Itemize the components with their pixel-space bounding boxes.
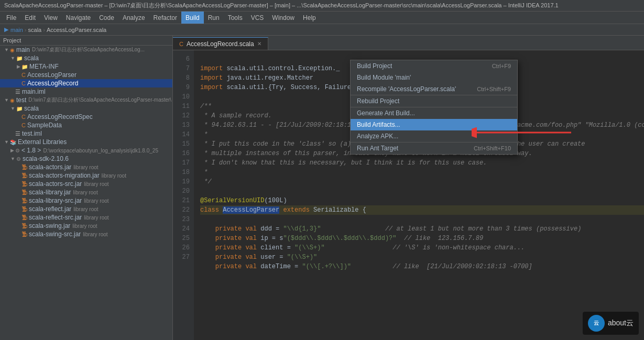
scala-file-icon: C xyxy=(21,122,26,128)
menu-build[interactable]: Build xyxy=(181,12,204,24)
tree-item-accesslogparser[interactable]: ▶ C AccessLogParser xyxy=(0,71,172,79)
menu-build-module[interactable]: Build Module 'main' xyxy=(351,72,517,83)
jar-note: library root xyxy=(83,232,107,237)
tree-item-main-iml[interactable]: ▶ ☰ main.iml xyxy=(0,87,172,96)
tree-item-jdk[interactable]: ▶ ⚙ < 1.8 > D:\workspace\aboutyun_log_an… xyxy=(0,146,172,155)
tree-item-test[interactable]: ▼ ◉ test D:\win7桌面\日志分析\ScalaApacheAcces… xyxy=(0,96,172,104)
menu-build-project[interactable]: Build Project Ctrl+F9 xyxy=(351,60,517,72)
nav-scala[interactable]: scala xyxy=(28,27,42,33)
tree-item-scala-library-jar[interactable]: ▶ 🗜 scala-library.jar library root xyxy=(0,188,172,196)
menu-generate-ant[interactable]: Generate Ant Build... xyxy=(351,107,517,119)
menu-edit[interactable]: Edit xyxy=(20,12,40,24)
tree-item-scala-swing-jar[interactable]: ▶ 🗜 scala-swing.jar library root xyxy=(0,222,172,230)
code-area: C AccessLogRecord.scala ✕ 6 7 8 9 10 11 … xyxy=(173,36,644,340)
menu-bar: File Edit View Navigate Code Analyze Ref… xyxy=(0,12,644,24)
menu-recompile[interactable]: Recompile 'AccessLogParser.scala' Ctrl+S… xyxy=(351,83,517,95)
expand-arrow: ▼ xyxy=(4,139,9,145)
tree-label: scala-sdk-2.10.6 xyxy=(23,155,69,162)
tree-item-scala-swing-src[interactable]: ▶ 🗜 scala-swing-src.jar library root xyxy=(0,230,172,238)
tree-item-scala-library-src[interactable]: ▶ 🗜 scala-library-src.jar library root xyxy=(0,196,172,205)
tree-item-scala-reflect-jar[interactable]: ▶ 🗜 scala-reflect.jar library root xyxy=(0,205,172,213)
menu-label: Rebuild Project xyxy=(357,97,399,105)
line-num: 7 xyxy=(177,64,190,73)
tree-label: main.iml xyxy=(22,88,46,95)
tree-item-metainf[interactable]: ▶ 📁 META-INF xyxy=(0,62,172,71)
jar-icon: 🗜 xyxy=(21,214,27,221)
line-num: 24 xyxy=(177,224,190,234)
tree-item-scala-actors-src[interactable]: ▶ 🗜 scala-actors-src.jar library root xyxy=(0,180,172,188)
menu-build-artifacts[interactable]: Build Artifacts... xyxy=(351,119,517,130)
tree-label: AccessLogParser xyxy=(27,71,77,79)
tree-label: scala-reflect.jar xyxy=(29,205,71,213)
lib-icon: 📚 xyxy=(10,139,16,145)
tree-item-scala-actors-mig[interactable]: ▶ 🗜 scala-actors-migration.jar library r… xyxy=(0,171,172,180)
menu-label: Build Module 'main' xyxy=(357,74,411,81)
tree-label: scala xyxy=(24,105,39,112)
menu-help[interactable]: Help xyxy=(299,12,320,24)
menu-tools[interactable]: Tools xyxy=(224,12,247,24)
menu-analyze[interactable]: Analyze xyxy=(118,12,149,24)
line-num: 10 xyxy=(177,92,190,102)
jar-note: library root xyxy=(73,206,98,212)
menu-view[interactable]: View xyxy=(40,12,62,24)
tree-item-scala-reflect-src[interactable]: ▶ 🗜 scala-reflect-src.jar library root xyxy=(0,213,172,222)
tree-label: scala-actors-src.jar xyxy=(29,180,82,188)
tree-item-accesslogrecord[interactable]: ▶ C AccessLogRecord xyxy=(0,79,172,87)
jar-icon: 🗜 xyxy=(21,189,27,195)
menu-analyze-apk[interactable]: Analyze APK... xyxy=(351,130,517,142)
jar-note: library root xyxy=(102,173,126,179)
tree-item-scala-main[interactable]: ▼ 📁 scala xyxy=(0,54,172,62)
tree-label: scala-reflect-src.jar xyxy=(29,214,82,221)
menu-run[interactable]: Run xyxy=(204,12,224,24)
tab-close-icon[interactable]: ✕ xyxy=(257,41,261,47)
nav-file[interactable]: AccessLogParser.scala xyxy=(47,27,106,33)
nav-main[interactable]: main xyxy=(10,27,23,33)
folder-icon: 📁 xyxy=(16,106,23,112)
tree-item-sampledata[interactable]: ▶ C SampleData xyxy=(0,121,172,129)
tree-item-ext-libs[interactable]: ▼ 📚 External Libraries xyxy=(0,138,172,146)
tree-item-scala-test[interactable]: ▼ 📁 scala xyxy=(0,104,172,113)
line-num: 12 xyxy=(177,111,190,120)
menu-label: Generate Ant Build... xyxy=(357,109,415,117)
tree-item-accesslogrecordspec[interactable]: ▶ C AccessLogRecordSpec xyxy=(0,113,172,121)
tab-label: AccessLogRecord.scala xyxy=(187,40,254,48)
menu-refactor[interactable]: Refactor xyxy=(149,12,181,24)
scala-file-icon: C xyxy=(21,72,26,78)
jar-note: library root xyxy=(84,181,108,187)
line-num: 26 xyxy=(177,243,190,253)
tree-path: D:\win7桌面\日志分析\ScalaApacheAccessLog... xyxy=(32,46,145,53)
jar-note: library root xyxy=(84,215,108,221)
line-num: 21 xyxy=(177,196,190,205)
tree-label: scala-swing.jar xyxy=(29,222,70,229)
menu-rebuild-project[interactable]: Rebuild Project xyxy=(351,95,517,107)
menu-label: Run Ant Target xyxy=(357,145,398,152)
menu-vcs[interactable]: VCS xyxy=(247,12,268,24)
line-num: 17 xyxy=(177,158,190,168)
sidebar-header: Project xyxy=(0,36,172,46)
tree-label: main xyxy=(16,46,30,53)
tree-item-main[interactable]: ▼ ◉ main D:\win7桌面\日志分析\ScalaApacheAcces… xyxy=(0,46,172,54)
folder-icon: 📁 xyxy=(21,64,28,70)
main-layout: Project ▼ ◉ main D:\win7桌面\日志分析\ScalaApa… xyxy=(0,36,644,340)
tree-path: D:\win7桌面\日志分析\ScalaApacheAccessLogParse… xyxy=(28,96,171,104)
menu-file[interactable]: File xyxy=(2,12,20,24)
line-num: 6 xyxy=(177,54,190,64)
tree-label: scala-actors-migration.jar xyxy=(29,172,100,179)
tab-accesslogrecord[interactable]: C AccessLogRecord.scala ✕ xyxy=(173,37,268,50)
tree-label: scala-library-src.jar xyxy=(29,197,82,204)
module-icon: ◉ xyxy=(10,47,15,53)
menu-window[interactable]: Window xyxy=(268,12,299,24)
menu-label: Analyze APK... xyxy=(357,133,398,140)
build-menu: Build Project Ctrl+F9 Build Module 'main… xyxy=(350,60,518,155)
menu-code[interactable]: Code xyxy=(95,12,118,24)
tree-label: scala-swing-src.jar xyxy=(29,231,81,238)
menu-run-ant[interactable]: Run Ant Target Ctrl+Shift+F10 xyxy=(351,142,517,154)
tree-item-scala-sdk[interactable]: ▼ ⚙ scala-sdk-2.10.6 xyxy=(0,155,172,163)
iml-icon: ☰ xyxy=(15,130,20,137)
tree-item-scala-actors-jar[interactable]: ▶ 🗜 scala-actors.jar library root xyxy=(0,163,172,171)
jar-icon: 🗜 xyxy=(21,181,27,187)
expand-arrow: ▼ xyxy=(4,97,9,103)
tree-label: scala-actors.jar xyxy=(29,163,71,171)
menu-navigate[interactable]: Navigate xyxy=(62,12,95,24)
tree-item-test-iml[interactable]: ▶ ☰ test.iml xyxy=(0,129,172,138)
